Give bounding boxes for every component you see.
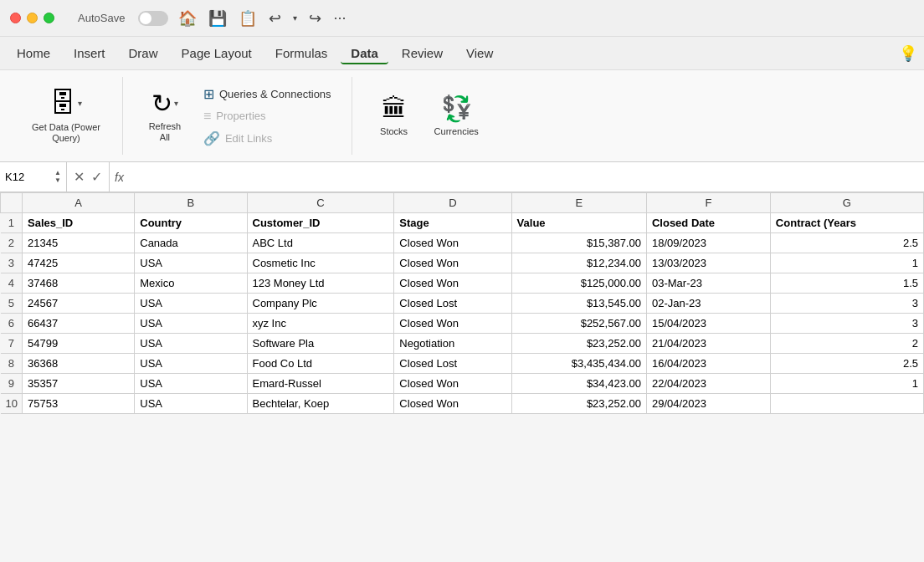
properties-button[interactable]: ≡ Properties	[197, 106, 338, 126]
cell-b8[interactable]: USA	[135, 354, 247, 374]
confirm-formula-button[interactable]: ✓	[91, 169, 102, 185]
cell-a9[interactable]: 35357	[23, 374, 135, 394]
cell-f1[interactable]: Closed Date	[646, 213, 770, 233]
cell-ref-box[interactable]: K12 ▲ ▼	[0, 162, 67, 192]
row-num-9[interactable]: 9	[1, 374, 23, 394]
cell-a7[interactable]: 54799	[23, 334, 135, 354]
cell-b6[interactable]: USA	[135, 314, 247, 334]
cell-f10[interactable]: 29/04/2023	[646, 394, 770, 414]
edit-links-button[interactable]: 🔗 Edit Links	[197, 128, 338, 149]
cell-a8[interactable]: 36368	[23, 354, 135, 374]
col-header-c[interactable]: C	[247, 193, 394, 213]
cell-b4[interactable]: Mexico	[135, 273, 247, 294]
cell-e5[interactable]: $13,545.00	[511, 294, 646, 314]
stepper-up[interactable]: ▲	[54, 170, 61, 176]
undo-icon[interactable]: ↩	[269, 9, 281, 28]
cell-g3[interactable]: 1	[770, 253, 923, 273]
close-button[interactable]	[10, 13, 21, 23]
cell-f3[interactable]: 13/03/2023	[646, 253, 770, 273]
cell-d4[interactable]: Closed Won	[394, 273, 511, 294]
cell-c10[interactable]: Bechtelar, Koep	[247, 394, 394, 414]
save-icon[interactable]: 💾	[208, 9, 227, 28]
col-header-d[interactable]: D	[394, 193, 511, 213]
menu-review[interactable]: Review	[392, 42, 453, 64]
row-num-6[interactable]: 6	[1, 314, 23, 334]
cell-b5[interactable]: USA	[135, 294, 247, 314]
cell-a10[interactable]: 75753	[23, 394, 135, 414]
cell-b1[interactable]: Country	[135, 213, 247, 233]
cell-d10[interactable]: Closed Won	[394, 394, 511, 414]
cell-a2[interactable]: 21345	[23, 233, 135, 253]
row-num-2[interactable]: 2	[1, 233, 23, 253]
cell-d7[interactable]: Negotiation	[394, 334, 511, 354]
row-num-8[interactable]: 8	[1, 354, 23, 374]
queries-connections-button[interactable]: ⊞ Queries & Connections	[197, 84, 338, 105]
cell-d2[interactable]: Closed Won	[394, 233, 511, 253]
cell-ref-stepper[interactable]: ▲ ▼	[54, 170, 61, 184]
cell-e4[interactable]: $125,000.00	[511, 273, 646, 294]
menu-data[interactable]: Data	[341, 42, 388, 64]
cell-a5[interactable]: 24567	[23, 294, 135, 314]
spreadsheet-area[interactable]: A B C D E F G 1 Sales_ID Country Custome…	[0, 192, 924, 562]
cell-e2[interactable]: $15,387.00	[511, 233, 646, 253]
row-num-4[interactable]: 4	[1, 273, 23, 294]
cell-d5[interactable]: Closed Lost	[394, 294, 511, 314]
row-num-1[interactable]: 1	[1, 213, 23, 233]
col-header-f[interactable]: F	[646, 193, 770, 213]
save-as-icon[interactable]: 📋	[239, 9, 257, 28]
cell-g1[interactable]: Contract (Years	[770, 213, 923, 233]
cell-a3[interactable]: 47425	[23, 253, 135, 273]
cell-e6[interactable]: $252,567.00	[511, 314, 646, 334]
cell-c1[interactable]: Customer_ID	[247, 213, 394, 233]
cell-c9[interactable]: Emard-Russel	[247, 374, 394, 394]
cell-b2[interactable]: Canada	[135, 233, 247, 253]
cell-b10[interactable]: USA	[135, 394, 247, 414]
undo-dropdown-icon[interactable]: ▾	[293, 13, 297, 23]
cell-e3[interactable]: $12,234.00	[511, 253, 646, 273]
cell-c4[interactable]: 123 Money Ltd	[247, 273, 394, 294]
formula-input[interactable]	[129, 171, 924, 183]
cell-c6[interactable]: xyz Inc	[247, 314, 394, 334]
stocks-button[interactable]: 🏛 Stocks	[369, 89, 419, 142]
cell-g10[interactable]	[770, 394, 923, 414]
cell-d3[interactable]: Closed Won	[394, 253, 511, 273]
autosave-toggle[interactable]	[138, 11, 168, 26]
cell-b3[interactable]: USA	[135, 253, 247, 273]
cell-a1[interactable]: Sales_ID	[23, 213, 135, 233]
col-header-b[interactable]: B	[135, 193, 247, 213]
minimize-button[interactable]	[27, 13, 38, 23]
cancel-formula-button[interactable]: ✕	[74, 169, 85, 185]
menu-view[interactable]: View	[456, 42, 503, 64]
cell-d8[interactable]: Closed Lost	[394, 354, 511, 374]
refresh-all-button[interactable]: ↻ ▾ RefreshAll	[140, 84, 190, 148]
cell-e7[interactable]: $23,252.00	[511, 334, 646, 354]
menu-insert[interactable]: Insert	[64, 42, 116, 64]
refresh-dropdown-arrow[interactable]: ▾	[174, 99, 178, 108]
cell-g4[interactable]: 1.5	[770, 273, 923, 294]
row-num-10[interactable]: 10	[1, 394, 23, 414]
cell-a4[interactable]: 37468	[23, 273, 135, 294]
col-header-a[interactable]: A	[23, 193, 135, 213]
cell-c7[interactable]: Software Pla	[247, 334, 394, 354]
col-header-g[interactable]: G	[770, 193, 923, 213]
menu-page-layout[interactable]: Page Layout	[172, 42, 262, 64]
cell-f6[interactable]: 15/04/2023	[646, 314, 770, 334]
cell-b7[interactable]: USA	[135, 334, 247, 354]
cell-d9[interactable]: Closed Won	[394, 374, 511, 394]
cell-f7[interactable]: 21/04/2023	[646, 334, 770, 354]
cell-f8[interactable]: 16/04/2023	[646, 354, 770, 374]
cell-d6[interactable]: Closed Won	[394, 314, 511, 334]
cell-c2[interactable]: ABC Ltd	[247, 233, 394, 253]
cell-b9[interactable]: USA	[135, 374, 247, 394]
cell-e1[interactable]: Value	[511, 213, 646, 233]
cell-f5[interactable]: 02-Jan-23	[646, 294, 770, 314]
menu-draw[interactable]: Draw	[119, 42, 168, 64]
cell-c8[interactable]: Food Co Ltd	[247, 354, 394, 374]
cell-c5[interactable]: Company Plc	[247, 294, 394, 314]
get-data-button[interactable]: 🗄 ▾ Get Data (PowerQuery)	[23, 83, 109, 149]
cell-c3[interactable]: Cosmetic Inc	[247, 253, 394, 273]
fullscreen-button[interactable]	[44, 13, 54, 23]
row-num-5[interactable]: 5	[1, 294, 23, 314]
currencies-button[interactable]: 💱 Currencies	[426, 89, 487, 142]
cell-a6[interactable]: 66437	[23, 314, 135, 334]
